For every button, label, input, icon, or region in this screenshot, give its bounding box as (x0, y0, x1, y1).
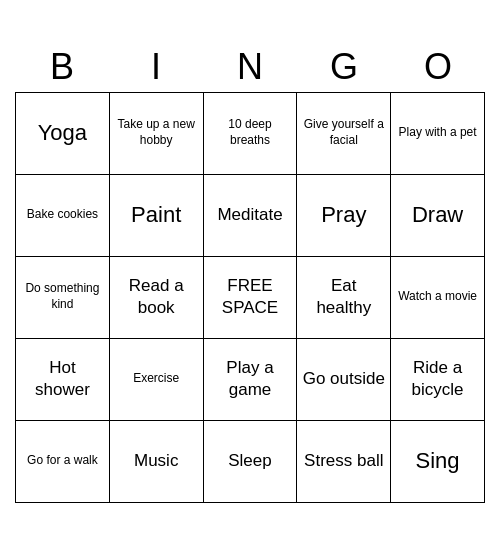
bingo-cell[interactable]: Eat healthy (297, 257, 391, 339)
bingo-cell[interactable]: FREE SPACE (204, 257, 298, 339)
bingo-cell[interactable]: Go for a walk (16, 421, 110, 503)
bingo-cell[interactable]: Sleep (204, 421, 298, 503)
bingo-cell[interactable]: Read a book (110, 257, 204, 339)
bingo-letter: B (15, 42, 109, 92)
bingo-cell[interactable]: Paint (110, 175, 204, 257)
bingo-letter: I (109, 42, 203, 92)
bingo-cell[interactable]: Hot shower (16, 339, 110, 421)
bingo-cell[interactable]: Sing (391, 421, 485, 503)
bingo-header: BINGO (15, 42, 485, 92)
bingo-cell[interactable]: Exercise (110, 339, 204, 421)
bingo-cell[interactable]: Music (110, 421, 204, 503)
bingo-cell[interactable]: Draw (391, 175, 485, 257)
bingo-cell[interactable]: Stress ball (297, 421, 391, 503)
bingo-cell[interactable]: 10 deep breaths (204, 93, 298, 175)
bingo-cell[interactable]: Play with a pet (391, 93, 485, 175)
bingo-cell[interactable]: Go outside (297, 339, 391, 421)
bingo-letter: O (391, 42, 485, 92)
bingo-grid: YogaTake up a new hobby10 deep breathsGi… (15, 92, 485, 503)
bingo-cell[interactable]: Watch a movie (391, 257, 485, 339)
bingo-letter: G (297, 42, 391, 92)
bingo-cell[interactable]: Do something kind (16, 257, 110, 339)
bingo-cell[interactable]: Play a game (204, 339, 298, 421)
bingo-cell[interactable]: Meditate (204, 175, 298, 257)
bingo-card: BINGO YogaTake up a new hobby10 deep bre… (15, 42, 485, 503)
bingo-letter: N (203, 42, 297, 92)
bingo-cell[interactable]: Pray (297, 175, 391, 257)
bingo-cell[interactable]: Yoga (16, 93, 110, 175)
bingo-cell[interactable]: Give yourself a facial (297, 93, 391, 175)
bingo-cell[interactable]: Bake cookies (16, 175, 110, 257)
bingo-cell[interactable]: Take up a new hobby (110, 93, 204, 175)
bingo-cell[interactable]: Ride a bicycle (391, 339, 485, 421)
